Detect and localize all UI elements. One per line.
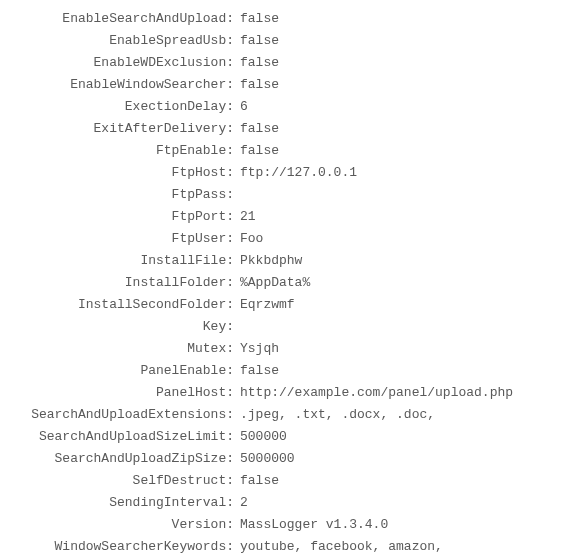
config-value: false xyxy=(240,8,279,30)
config-value: 21 xyxy=(240,206,256,228)
config-row: Version: MassLogger v1.3.4.0 xyxy=(4,514,573,536)
config-value: Eqrzwmf xyxy=(240,294,295,316)
config-list: EnableSearchAndUpload: false EnableSprea… xyxy=(4,8,573,557)
config-value: Ysjqh xyxy=(240,338,279,360)
config-key: PanelHost: xyxy=(4,382,240,404)
config-key: InstallFolder: xyxy=(4,272,240,294)
config-value: Foo xyxy=(240,228,263,250)
config-row: InstallFile: Pkkbdphw xyxy=(4,250,573,272)
config-row: FtpHost: ftp://127.0.0.1 xyxy=(4,162,573,184)
config-key: FtpPort: xyxy=(4,206,240,228)
config-row: SendingInterval: 2 xyxy=(4,492,573,514)
config-value: 5000000 xyxy=(240,448,295,470)
config-row: PanelEnable: false xyxy=(4,360,573,382)
config-key: EnableSearchAndUpload: xyxy=(4,8,240,30)
config-row: EnableSearchAndUpload: false xyxy=(4,8,573,30)
config-key: SearchAndUploadZipSize: xyxy=(4,448,240,470)
config-row: SearchAndUploadZipSize: 5000000 xyxy=(4,448,573,470)
config-value: .jpeg, .txt, .docx, .doc, xyxy=(240,404,435,426)
config-value: false xyxy=(240,118,279,140)
config-key: ExectionDelay: xyxy=(4,96,240,118)
config-key: EnableWDExclusion: xyxy=(4,52,240,74)
config-key: WindowSearcherKeywords: xyxy=(4,536,240,557)
config-row: FtpUser: Foo xyxy=(4,228,573,250)
config-row: FtpEnable: false xyxy=(4,140,573,162)
config-row: Key: xyxy=(4,316,573,338)
config-key: ExitAfterDelivery: xyxy=(4,118,240,140)
config-key: FtpEnable: xyxy=(4,140,240,162)
config-key: EnableSpreadUsb: xyxy=(4,30,240,52)
config-row: FtpPort: 21 xyxy=(4,206,573,228)
config-key: SelfDestruct: xyxy=(4,470,240,492)
config-row: WindowSearcherKeywords: youtube, faceboo… xyxy=(4,536,573,557)
config-row: EnableWDExclusion: false xyxy=(4,52,573,74)
config-value: false xyxy=(240,470,279,492)
config-key: Mutex: xyxy=(4,338,240,360)
config-value: MassLogger v1.3.4.0 xyxy=(240,514,388,536)
config-row: EnableWindowSearcher: false xyxy=(4,74,573,96)
config-value: false xyxy=(240,74,279,96)
config-value: false xyxy=(240,52,279,74)
config-key: FtpUser: xyxy=(4,228,240,250)
config-value: http://example.com/panel/upload.php xyxy=(240,382,513,404)
config-key: SendingInterval: xyxy=(4,492,240,514)
config-key: Version: xyxy=(4,514,240,536)
config-key: SearchAndUploadSizeLimit: xyxy=(4,426,240,448)
config-value: 500000 xyxy=(240,426,287,448)
config-row: ExectionDelay: 6 xyxy=(4,96,573,118)
config-key: PanelEnable: xyxy=(4,360,240,382)
config-key: InstallFile: xyxy=(4,250,240,272)
config-row: EnableSpreadUsb: false xyxy=(4,30,573,52)
config-value: ftp://127.0.0.1 xyxy=(240,162,357,184)
config-value: false xyxy=(240,30,279,52)
config-row: InstallFolder: %AppData% xyxy=(4,272,573,294)
config-key: EnableWindowSearcher: xyxy=(4,74,240,96)
config-row: SelfDestruct: false xyxy=(4,470,573,492)
config-row: SearchAndUploadExtensions: .jpeg, .txt, … xyxy=(4,404,573,426)
config-row: ExitAfterDelivery: false xyxy=(4,118,573,140)
config-value: Pkkbdphw xyxy=(240,250,302,272)
config-row: InstallSecondFolder: Eqrzwmf xyxy=(4,294,573,316)
config-key: InstallSecondFolder: xyxy=(4,294,240,316)
config-value: 2 xyxy=(240,492,248,514)
config-value: youtube, facebook, amazon, xyxy=(240,536,443,557)
config-key: SearchAndUploadExtensions: xyxy=(4,404,240,426)
config-value: 6 xyxy=(240,96,248,118)
config-row: FtpPass: xyxy=(4,184,573,206)
config-row: Mutex: Ysjqh xyxy=(4,338,573,360)
config-row: PanelHost: http://example.com/panel/uplo… xyxy=(4,382,573,404)
config-row: SearchAndUploadSizeLimit: 500000 xyxy=(4,426,573,448)
config-value: %AppData% xyxy=(240,272,310,294)
config-key: FtpHost: xyxy=(4,162,240,184)
config-value: false xyxy=(240,360,279,382)
config-value: false xyxy=(240,140,279,162)
config-key: FtpPass: xyxy=(4,184,240,206)
config-key: Key: xyxy=(4,316,240,338)
